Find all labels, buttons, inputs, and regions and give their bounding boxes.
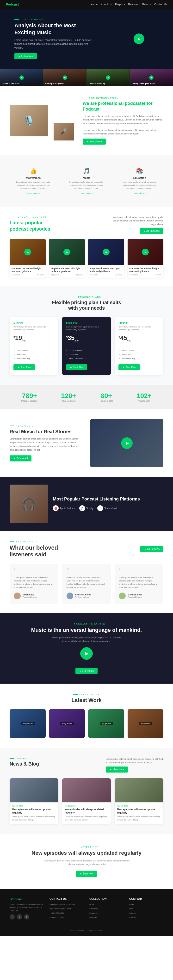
ep-strip-play-3[interactable] <box>106 75 110 80</box>
feature-link-0[interactable]: Learn More → <box>13 192 53 194</box>
footer-company-link-2[interactable]: Careers <box>129 912 164 915</box>
footer-grid: iPodcast Lorem ipsum dolor sit amet cons… <box>9 897 164 920</box>
episode-thumbnail-1 <box>49 239 85 265</box>
feature-link-2[interactable]: Learn More → <box>120 192 160 194</box>
footer-contact-2: +1 800-555-0100 <box>49 912 83 915</box>
hero-play-button[interactable] <box>134 33 144 44</box>
footer-collection-link-3[interactable]: Episodes <box>90 916 124 919</box>
motivations-icon: 👍 <box>13 168 53 175</box>
ep-strip-play-4[interactable] <box>149 75 154 80</box>
pricing-title: Flexible pricing plan that suits with yo… <box>9 300 164 311</box>
feature-title-0: Motivations <box>13 177 53 179</box>
hero-description: Lorem ipsum dolor sit amet, consectetur … <box>14 38 96 50</box>
footer-collection-link-2[interactable]: Motivation <box>90 912 124 915</box>
music-play-button[interactable] <box>121 438 133 449</box>
footer-company-link-1[interactable]: Blog <box>129 907 164 911</box>
instagram-icon[interactable]: in <box>24 914 29 920</box>
pricing-plan-0: Lite Plan <box>13 321 55 324</box>
work-image-0: Programme <box>9 709 46 738</box>
footer-collection-link-0[interactable]: Music <box>90 903 124 906</box>
testimonials-cta-button[interactable]: ► All Reviews <box>140 546 164 552</box>
episode-title-1: Empower the team with right tools and gu… <box>51 267 83 273</box>
pricing-plan-1: Basic Plan <box>66 321 107 324</box>
work-label-3: Equipment <box>139 722 152 725</box>
about-desc-2: Lorem ipsum dolor sit amet consectetur a… <box>83 129 164 136</box>
footer-company-link-3[interactable]: Contact <box>129 916 164 919</box>
studio-cta-button[interactable]: ► Full Studio <box>75 668 98 674</box>
about-title: We are professional podcaster for Podcas… <box>83 101 164 112</box>
about-cta-button[interactable]: ► About More <box>83 138 106 145</box>
episode-item-1: Empower the team with right tools and gu… <box>49 239 85 278</box>
nav-links: Home About Us Pages ▾ Features News ▾ Co… <box>91 3 167 6</box>
music-section: Real Music Real Music for Real Stories L… <box>0 409 173 477</box>
ep-strip-title-1: Don't Let The Vibe <box>2 83 41 85</box>
episode-thumbnail-2 <box>88 239 124 265</box>
footer-contact-3: +1 800-555-0111 <box>49 916 83 919</box>
stat-label-3: Awards Won <box>137 400 152 402</box>
nav-pages[interactable]: Pages ▾ <box>115 3 125 6</box>
about-section-tag: Our Introduction <box>83 97 164 99</box>
ep-strip-play-2[interactable] <box>63 75 67 80</box>
episodes-updated-cta[interactable]: ► Start Now <box>76 870 97 877</box>
pricing-desc-1: Can't Design Thinking oft considered a m… <box>66 326 107 331</box>
twitter-icon[interactable]: t <box>17 914 22 920</box>
episode-strip-item[interactable]: Getting in the good place <box>130 69 173 86</box>
pricing-cta-1[interactable]: ► Start Plan <box>66 364 88 371</box>
episode-strip-item[interactable]: Don't Let The Vibe <box>0 69 43 86</box>
facebook-icon[interactable]: f <box>9 914 15 920</box>
platform-spotify: 🎵 Spotify <box>79 505 94 511</box>
pricing-cta-2[interactable]: ► Start Plan <box>118 364 140 371</box>
feature-link-1[interactable]: Learn More → <box>66 192 107 194</box>
footer-collection-link-1[interactable]: Education <box>90 907 124 911</box>
blog-cta-button[interactable]: ► View More <box>106 767 128 773</box>
footer-about-text: Lorem ipsum dolor sit amet consectetur a… <box>9 903 44 912</box>
nav-news[interactable]: News ▾ <box>142 3 151 6</box>
testimonials-section: Testimonials What our beloved listeners … <box>0 531 173 613</box>
pricing-price-1: $35/mo <box>66 334 107 342</box>
nav-features[interactable]: Features <box>128 3 138 6</box>
studio-play-button[interactable] <box>80 647 93 660</box>
quote-icon-2: " <box>119 568 159 574</box>
episode-strip-item[interactable]: The best music ep. <box>86 69 130 86</box>
episode-title-2: Empower the team with right tools and gu… <box>90 267 122 273</box>
episode-play-0[interactable] <box>24 249 31 255</box>
platform-apple: 🍎 Apple Podcast <box>53 505 75 511</box>
pricing-features-2: ✓5 Free Hosting ✓5 Free Info ✓Free Limit… <box>118 348 160 361</box>
pricing-cta-0[interactable]: ► Start Plan <box>13 364 35 371</box>
hero-cta-button[interactable]: ► Listen Now <box>14 53 37 59</box>
episode-play-3[interactable] <box>142 249 149 255</box>
testimonials-grid: " Lorem ipsum dolor sit amet, consectetu… <box>9 564 164 604</box>
episode-strip-item[interactable]: Getting in the groove <box>43 69 86 86</box>
feature-desc-2: Lorem ipsum dolor sit amet, consectetur … <box>120 181 160 190</box>
episode-play-2[interactable] <box>103 249 110 255</box>
testimonials-tag: Testimonials <box>9 541 58 543</box>
work-item-2: Equipment <box>88 709 124 738</box>
episodes-updated-title: New episodes will always updated regular… <box>9 850 164 857</box>
episodes-header-left: Popular Podcasts Latest popular podcast … <box>9 216 50 232</box>
hero-section: Music Podcast Analysis About the Most Ex… <box>0 9 173 69</box>
testimonial-0: " Lorem ipsum dolor sit amet, consectetu… <box>9 564 58 604</box>
latest-work-title: Latest Work <box>9 697 164 703</box>
nav-about[interactable]: About Us <box>101 3 112 6</box>
ep-strip-play-1[interactable] <box>19 75 24 80</box>
work-item-3: Equipment <box>127 709 164 738</box>
episode-play-1[interactable] <box>63 249 70 255</box>
studio-title: Music is the universal language of manki… <box>9 627 164 634</box>
pricing-grid: Lite Plan Can't Design Thinking oft cons… <box>9 317 164 375</box>
testimonial-text-2: Lorem ipsum dolor sit amet, consectetur … <box>119 576 159 589</box>
episodes-section-tag: Popular Podcasts <box>9 216 50 218</box>
platform-text: Most Popular Podcast Listening Platforms… <box>53 496 164 511</box>
episodes-cta-button[interactable]: ► All Episodes <box>140 228 164 234</box>
nav-contact[interactable]: Contact Us <box>154 3 167 6</box>
episodes-updated-section: Latest App New episodes will always upda… <box>0 834 173 889</box>
author-name-2: Matthias Silva <box>127 593 142 596</box>
music-cta-button[interactable]: ► Browse All <box>9 455 31 461</box>
blog-post-title-0: New episodes will always updated regular… <box>12 808 56 814</box>
footer: iPodcast Lorem ipsum dolor sit amet cons… <box>0 889 173 935</box>
about-section: 🎙️ 🎤 Our Introduction We are professiona… <box>0 86 173 155</box>
about-sub-image: 🎤 <box>53 122 74 141</box>
footer-company-link-0[interactable]: About <box>129 903 164 906</box>
feature-desc-1: Lorem ipsum dolor sit amet, consectetur … <box>66 181 107 190</box>
nav-home[interactable]: Home <box>91 3 98 6</box>
hero-title: Analysis About the Most Exciting Music <box>14 22 96 36</box>
